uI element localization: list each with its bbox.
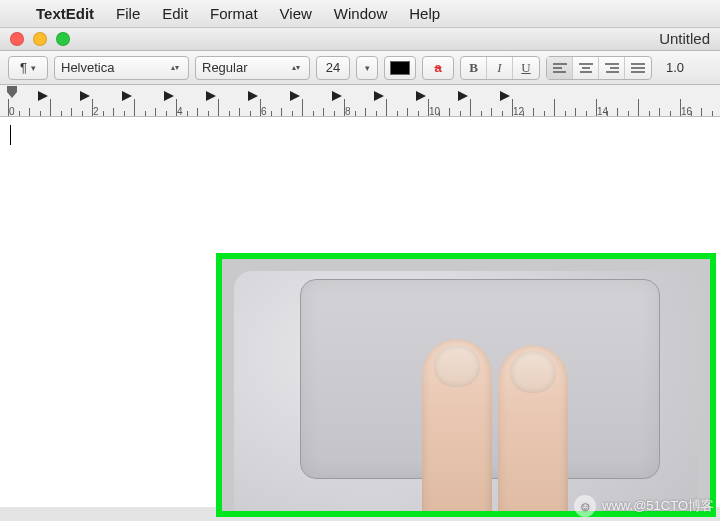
ruler-label: 0 xyxy=(9,106,15,117)
tab-stop-marker-icon[interactable] xyxy=(374,91,386,101)
tab-stop-marker-icon[interactable] xyxy=(164,91,176,101)
minimize-button-icon[interactable] xyxy=(33,32,47,46)
tab-stop-marker-icon[interactable] xyxy=(458,91,470,101)
chevron-down-icon: ▾ xyxy=(365,63,370,73)
watermark: ☺ www.@51CTO博客 xyxy=(574,495,714,517)
align-right-button[interactable] xyxy=(599,57,625,79)
tab-stop-marker-icon[interactable] xyxy=(500,91,512,101)
bold-button[interactable]: B xyxy=(461,57,487,79)
font-style-value: Regular xyxy=(202,60,248,75)
format-toolbar: ¶ ▾ Helvetica ▴▾ Regular ▴▾ 24 ▾ a B I U xyxy=(0,51,720,85)
svg-marker-15 xyxy=(122,91,132,101)
menu-view[interactable]: View xyxy=(280,5,312,22)
align-center-icon xyxy=(578,62,594,74)
close-button-icon[interactable] xyxy=(10,32,24,46)
svg-marker-20 xyxy=(332,91,342,101)
underline-button[interactable]: U xyxy=(513,57,539,79)
font-family-select[interactable]: Helvetica ▴▾ xyxy=(54,56,189,80)
align-center-button[interactable] xyxy=(573,57,599,79)
ruler-label: 6 xyxy=(261,106,267,117)
macos-menu-bar: TextEdit File Edit Format View Window He… xyxy=(0,0,720,28)
paragraph-style-button[interactable]: ¶ ▾ xyxy=(8,56,48,80)
two-finger-gesture-icon xyxy=(422,339,682,517)
align-left-icon xyxy=(552,62,568,74)
menu-format[interactable]: Format xyxy=(210,5,258,22)
font-size-field[interactable]: 24 xyxy=(316,56,350,80)
menu-file[interactable]: File xyxy=(116,5,140,22)
watermark-badge-icon: ☺ xyxy=(574,495,596,517)
tab-stop-marker-icon[interactable] xyxy=(80,91,92,101)
align-justify-icon xyxy=(630,62,646,74)
instruction-overlay xyxy=(216,253,716,517)
line-spacing-value[interactable]: 1.0 xyxy=(658,60,686,75)
svg-marker-16 xyxy=(164,91,174,101)
text-color-button[interactable] xyxy=(384,56,416,80)
ruler-label: 4 xyxy=(177,106,183,117)
font-size-dropdown[interactable]: ▾ xyxy=(356,56,378,80)
align-justify-button[interactable] xyxy=(625,57,651,79)
stepper-icon: ▴▾ xyxy=(289,65,303,71)
chevron-down-icon: ▾ xyxy=(31,63,36,73)
text-style-segment: B I U xyxy=(460,56,540,80)
menu-edit[interactable]: Edit xyxy=(162,5,188,22)
tab-stop-marker-icon[interactable] xyxy=(416,91,428,101)
align-left-button[interactable] xyxy=(547,57,573,79)
tab-stop-marker-icon[interactable] xyxy=(332,91,344,101)
align-right-icon xyxy=(604,62,620,74)
ruler-label: 8 xyxy=(345,106,351,117)
font-family-value: Helvetica xyxy=(61,60,114,75)
strikethrough-color-button[interactable]: a xyxy=(422,56,454,80)
tab-stop-marker-icon[interactable] xyxy=(290,91,302,101)
svg-marker-24 xyxy=(500,91,510,101)
tab-stop-marker-icon[interactable] xyxy=(122,91,134,101)
svg-marker-17 xyxy=(206,91,216,101)
tab-stop-marker-icon[interactable] xyxy=(248,91,260,101)
svg-marker-23 xyxy=(458,91,468,101)
svg-marker-22 xyxy=(416,91,426,101)
window-titlebar[interactable]: Untitled xyxy=(0,28,720,51)
color-swatch-icon xyxy=(390,61,410,75)
ruler-label: 2 xyxy=(93,106,99,117)
watermark-text: www.@51CTO博客 xyxy=(602,497,714,515)
svg-marker-13 xyxy=(38,91,48,101)
svg-marker-14 xyxy=(80,91,90,101)
stepper-icon: ▴▾ xyxy=(168,65,182,71)
app-menu[interactable]: TextEdit xyxy=(36,5,94,22)
ruler[interactable]: 0246810121416 xyxy=(0,85,720,117)
svg-marker-18 xyxy=(248,91,258,101)
window-title: Untitled xyxy=(659,30,710,47)
font-style-select[interactable]: Regular ▴▾ xyxy=(195,56,310,80)
text-align-segment xyxy=(546,56,652,80)
zoom-button-icon[interactable] xyxy=(56,32,70,46)
svg-marker-21 xyxy=(374,91,384,101)
italic-button[interactable]: I xyxy=(487,57,513,79)
pilcrow-icon: ¶ xyxy=(20,60,27,75)
menu-help[interactable]: Help xyxy=(409,5,440,22)
tab-stop-marker-icon[interactable] xyxy=(38,91,50,101)
svg-marker-19 xyxy=(290,91,300,101)
tab-stop-marker-icon[interactable] xyxy=(206,91,218,101)
menu-window[interactable]: Window xyxy=(334,5,387,22)
text-caret-icon xyxy=(10,125,11,145)
